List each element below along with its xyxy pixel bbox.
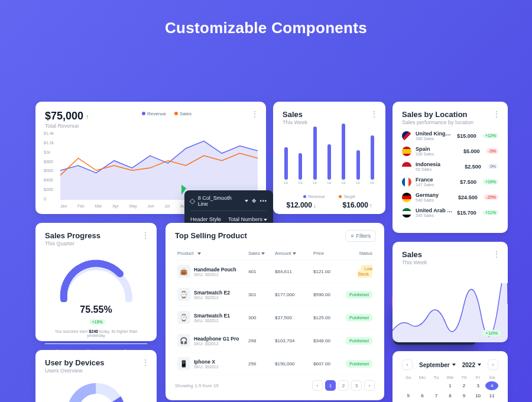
move-icon[interactable]: ✥	[252, 198, 257, 204]
chevron-down-icon[interactable]	[293, 252, 296, 255]
delta-badge: +19%	[483, 179, 498, 184]
cal-dow: Tu	[430, 375, 443, 380]
location-row[interactable]: United Arab Emirate345 Sales $15.700 +11…	[402, 208, 498, 218]
popover-title: 8 Col_Smooth Line	[198, 195, 240, 207]
cal-dow: Fr	[472, 375, 485, 380]
kebab-icon[interactable]: ⋮	[493, 250, 501, 258]
page-3[interactable]: 3	[351, 380, 362, 391]
progress-pct: 75.55%	[80, 304, 112, 315]
cal-year-select[interactable]: 2022	[462, 362, 481, 368]
location-row[interactable]: United Kingdom340 Sales $15.000 +12%	[402, 131, 498, 141]
cal-day[interactable]: 6	[416, 391, 429, 400]
delta-badge: -5%	[486, 148, 498, 154]
chevron-down-icon[interactable]	[261, 252, 265, 255]
status-badge: Published	[346, 314, 372, 322]
table-header: Product Sales Amount Price Status	[175, 247, 375, 260]
cal-day[interactable]: 9	[458, 391, 471, 400]
chevron-down-icon	[452, 364, 456, 366]
status-badge: Published	[346, 291, 372, 299]
cal-day[interactable]: 11	[485, 391, 498, 400]
more-icon[interactable]: •••	[260, 198, 267, 204]
page-prev[interactable]: ‹	[312, 380, 323, 391]
arrow-down-icon: ↓	[313, 203, 316, 209]
chevron-down-icon[interactable]	[197, 252, 201, 255]
revenue-legend: Revenue Sales	[142, 111, 192, 116]
cal-day[interactable]: 3	[472, 381, 485, 390]
revenue-value: $75,000	[45, 110, 83, 122]
cal-prev[interactable]: ‹	[402, 359, 413, 370]
product-thumb: 📱	[177, 357, 190, 370]
table-showing: Showing 1-5 from 15	[175, 383, 219, 388]
revenue-sub: Total Revenue	[45, 123, 257, 129]
arrow-up-icon: ↑	[86, 113, 89, 120]
table-row[interactable]: 👜Handmade PouchSKU: 302012 401 $84,611 $…	[175, 260, 375, 283]
chevron-down-icon[interactable]	[245, 200, 248, 202]
table-row[interactable]: 🎧Headphone G1 ProSKU: 302012 298 $103,70…	[175, 329, 375, 352]
cal-day[interactable]: 1	[444, 381, 457, 390]
cal-day	[416, 381, 429, 390]
page-next[interactable]: ›	[364, 380, 375, 391]
kebab-icon[interactable]: ⋮	[371, 110, 378, 118]
card-sales-progress: Sales Progress This Quarter ⋮ 75.55% +10…	[35, 223, 157, 341]
diamond-icon	[189, 198, 195, 204]
table-row[interactable]: 📱Iphone XSKU: 302012 256 $150,000 $607.0…	[175, 352, 375, 375]
kebab-icon[interactable]: ⋮	[493, 110, 501, 118]
product-thumb: 👜	[177, 265, 190, 278]
kebab-icon[interactable]: ⋮	[142, 358, 150, 367]
revenue-total: $12.000	[287, 201, 312, 209]
location-row[interactable]: Spain100 Sales $5.000 -5%	[402, 146, 498, 156]
cal-day	[402, 381, 415, 390]
cal-day[interactable]: 7	[430, 391, 443, 400]
delta-badge: 0%	[488, 164, 498, 169]
table-row[interactable]: ⌚Smartwatch E2SKU: 302012 301 $177,000 $…	[175, 283, 375, 306]
cal-dow: We	[444, 375, 457, 380]
cal-dow: Th	[458, 375, 471, 380]
flag-icon	[402, 208, 411, 218]
cal-dow: Su	[402, 375, 415, 380]
card-sales-bar: Sales This Week ⋮ LbLbLbLbLbLbLb Revenue…	[273, 102, 385, 214]
flag-icon	[402, 162, 411, 171]
cal-day[interactable]: 5	[402, 391, 415, 400]
y-axis: $1.4k$1.2k$1k$800$600$400$2000	[44, 131, 54, 201]
page-title: Customizable Components	[0, 19, 532, 37]
cal-next[interactable]: ›	[488, 359, 498, 370]
product-thumb: ⌚	[177, 288, 190, 301]
page-1[interactable]: 1	[325, 380, 336, 391]
card-user-devices: User by Devices Users Overview ⋮	[35, 350, 157, 402]
salesbar-title: Sales	[283, 110, 376, 119]
card-calendar: ‹ September 2022 › SuMoTuWeThFrSa1234567…	[392, 351, 508, 402]
kebab-icon[interactable]: ⋮	[142, 231, 150, 239]
delta-badge: -25%	[484, 194, 498, 200]
cal-day[interactable]: 10	[472, 391, 485, 400]
pagination: ‹ 1 2 3 ›	[312, 380, 375, 391]
cal-day	[430, 381, 443, 390]
location-row[interactable]: Indonesia50 Sales $2.500 0%	[402, 161, 498, 171]
kebab-icon[interactable]: ⋮	[251, 110, 259, 118]
chevron-down-icon[interactable]	[264, 219, 267, 221]
delta-badge: +11%	[483, 210, 498, 215]
target-total: $16.000	[343, 201, 368, 209]
filters-button[interactable]: ≡Filters	[345, 230, 376, 242]
cal-month-select[interactable]: September	[419, 362, 456, 368]
revenue-line-chart	[60, 131, 258, 200]
donut-chart	[64, 380, 129, 402]
status-badge: Published	[346, 337, 372, 345]
flag-icon	[402, 177, 411, 187]
location-row[interactable]: France147 Sales $7.500 +19%	[402, 177, 498, 187]
cal-day[interactable]: 4	[485, 381, 498, 390]
card-top-selling: Top Selling Product ≡Filters Product Sal…	[166, 223, 384, 400]
status-badge: Published	[346, 360, 372, 368]
card-sales-week: Sales This Week ⋮ +10%	[392, 242, 508, 342]
cal-day[interactable]: 2	[458, 381, 471, 390]
delta-badge: +12%	[483, 133, 498, 138]
product-thumb: 🎧	[177, 334, 190, 347]
table-row[interactable]: ⌚Smartwatch E1SKU: 302012 300 $37,500 $1…	[175, 306, 375, 329]
page-2[interactable]: 2	[338, 380, 349, 391]
progress-delta: +10%	[89, 319, 105, 325]
flag-icon	[402, 193, 411, 202]
arrow-up-icon: ↑	[369, 203, 372, 209]
cal-day[interactable]: 8	[444, 391, 457, 400]
card-sales-location: Sales by Location Sales performance by l…	[392, 102, 508, 233]
location-row[interactable]: Germany540 Sales $24.500 -25%	[402, 192, 498, 202]
status-badge: Low Stock	[358, 265, 372, 278]
